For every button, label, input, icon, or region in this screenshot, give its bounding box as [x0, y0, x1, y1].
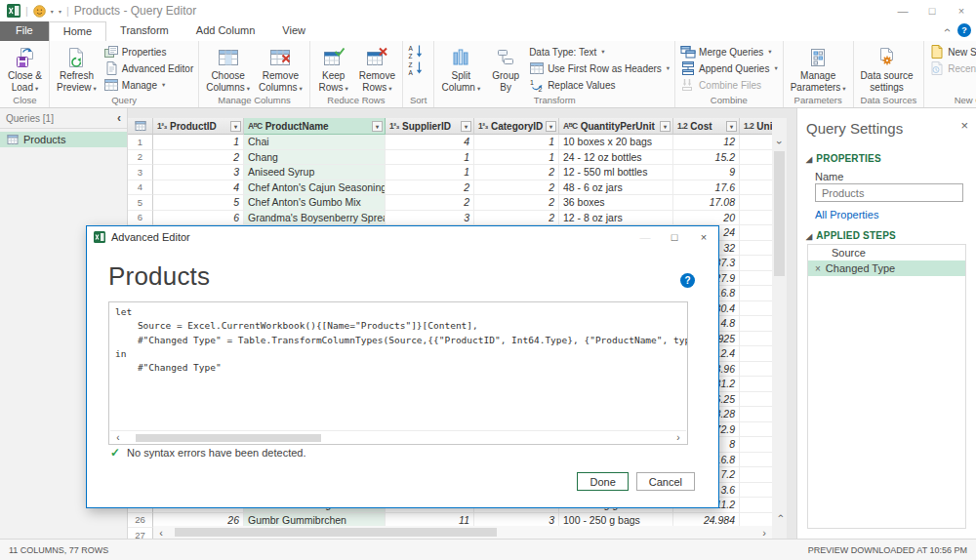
row-number[interactable]: 5	[128, 195, 153, 211]
code-scroll-left-icon[interactable]: ‹	[110, 432, 126, 443]
cell[interactable]: 2	[386, 180, 474, 196]
cell[interactable]: 2	[474, 165, 559, 180]
cell[interactable]: 1	[474, 150, 559, 166]
ribbon-button-merge-queries[interactable]: Merge Queries▾	[678, 44, 780, 60]
scroll-left-icon[interactable]: ‹	[153, 527, 169, 539]
vertical-scroll-thumb[interactable]	[774, 151, 785, 276]
cell[interactable]: 9	[673, 165, 740, 180]
applied-step-changed-type[interactable]: ×Changed Type	[808, 260, 965, 276]
row-number[interactable]: 2	[128, 150, 153, 166]
select-all-corner[interactable]	[128, 118, 153, 135]
cell[interactable]	[740, 150, 772, 166]
code-scroll-right-icon[interactable]: ›	[671, 432, 686, 443]
cell[interactable]: 17.08	[673, 195, 740, 211]
row-number[interactable]: 3	[128, 165, 153, 180]
cell[interactable]	[740, 346, 772, 362]
ribbon-button-new-source[interactable]: New Source▾	[927, 44, 976, 60]
cell[interactable]: 15.2	[673, 150, 740, 166]
cell[interactable]	[740, 286, 772, 301]
cell[interactable]	[740, 362, 772, 378]
row-number[interactable]: 27	[128, 528, 153, 539]
cell[interactable]: 4	[153, 180, 244, 196]
cell[interactable]: 12	[673, 135, 740, 150]
cell[interactable]	[740, 256, 772, 271]
maximize-button[interactable]: □	[917, 0, 947, 20]
cell[interactable]	[740, 377, 772, 392]
ribbon-button-append-queries[interactable]: Append Queries▾	[678, 60, 780, 76]
cell[interactable]	[740, 316, 772, 332]
cell[interactable]: 5	[153, 195, 244, 211]
column-header-quantityperunit[interactable]: AᴮCQuantityPerUnit▾	[559, 118, 673, 135]
cell[interactable]: Grandma's Boysenberry Spread	[244, 211, 386, 226]
cell[interactable]: Chang	[244, 150, 386, 166]
tab-home[interactable]: Home	[49, 21, 106, 42]
ribbon-button-manage[interactable]: Manage▾	[102, 77, 195, 93]
filter-dropdown-icon[interactable]: ▾	[230, 121, 241, 132]
ribbon-button-close-load[interactable]: Close &Load▾	[4, 42, 46, 94]
code-scroll-thumb[interactable]	[136, 434, 321, 442]
cell[interactable]: 3	[386, 211, 474, 226]
row-number[interactable]: 26	[128, 513, 153, 529]
cell[interactable]	[740, 225, 772, 241]
help-icon[interactable]: ?	[957, 23, 971, 37]
column-header-categoryid[interactable]: 1²₃CategoryID▾	[474, 118, 559, 135]
code-editor[interactable]: let Source = Excel.CurrentWorkbook(){[Na…	[109, 302, 687, 431]
ribbon-button-properties[interactable]: Properties	[102, 44, 195, 60]
cell[interactable]: Chef Anton's Gumbo Mix	[244, 195, 386, 211]
cell[interactable]	[740, 392, 772, 408]
scroll-right-icon[interactable]: ›	[756, 527, 772, 539]
cell[interactable]: 48 - 6 oz jars	[559, 180, 673, 196]
vertical-scrollbar[interactable]: › ›	[772, 118, 787, 539]
ribbon-button-data-source-settings[interactable]: Data sourcesettings	[857, 42, 917, 94]
cell[interactable]: 6	[153, 211, 244, 226]
ribbon-button-manage-parameters[interactable]: ManageParameters▾	[787, 42, 850, 94]
column-header-cost[interactable]: 1.2Cost▾	[673, 118, 740, 135]
cell[interactable]: 10 boxes x 20 bags	[559, 135, 673, 150]
filter-dropdown-icon[interactable]: ▾	[726, 121, 737, 132]
cell[interactable]: 2	[153, 150, 244, 166]
ribbon-button-use-first-row-as-headers[interactable]: Use First Row as Headers▾	[527, 60, 671, 76]
cell[interactable]: Chai	[244, 135, 386, 150]
cell[interactable]: 4	[386, 135, 474, 150]
cell[interactable]	[740, 165, 772, 180]
cell[interactable]	[740, 407, 772, 422]
ribbon-button-sort-ascending-icon[interactable]: AZ	[406, 44, 426, 60]
cell[interactable]: 3	[153, 165, 244, 180]
column-header-productid[interactable]: 1²₃ProductID▾	[153, 118, 244, 135]
cell[interactable]	[740, 195, 772, 211]
ribbon-button-remove-columns[interactable]: RemoveColumns▾	[255, 42, 306, 94]
smiley-feedback-icon[interactable]	[33, 5, 46, 18]
cell[interactable]: 12 - 8 oz jars	[559, 211, 673, 226]
row-number[interactable]: 1	[128, 135, 153, 150]
smiley-dropdown-icon[interactable]: ▾	[51, 8, 54, 15]
tab-add-column[interactable]: Add Column	[183, 21, 269, 41]
cell[interactable]	[740, 422, 772, 438]
cell[interactable]	[740, 437, 772, 453]
row-number[interactable]: 6	[128, 211, 153, 226]
cell[interactable]	[740, 211, 772, 226]
collapse-queries-pane-icon[interactable]: ‹	[117, 111, 121, 125]
close-button[interactable]: ×	[947, 0, 976, 20]
close-settings-icon[interactable]: ×	[960, 118, 968, 133]
cell[interactable]: 2	[474, 195, 559, 211]
column-header-unitprice[interactable]: 1.2UnitPrice▾	[740, 118, 772, 135]
scroll-down-icon[interactable]: ›	[772, 509, 787, 523]
filter-dropdown-icon[interactable]: ▾	[660, 121, 671, 132]
cancel-button[interactable]: Cancel	[636, 472, 695, 491]
all-properties-link[interactable]: All Properties	[815, 209, 878, 220]
cell[interactable]: Chef Anton's Cajun Seasoning	[244, 180, 386, 196]
code-horizontal-scrollbar[interactable]: ‹ ›	[110, 430, 686, 443]
cell[interactable]	[740, 301, 772, 317]
ribbon-button-data-type-text[interactable]: Data Type: Text▾	[527, 44, 671, 60]
tab-file[interactable]: File	[0, 21, 49, 41]
cell[interactable]: 1	[474, 135, 559, 150]
quick-access-dropdown-icon[interactable]: ▾	[59, 8, 61, 15]
collapse-ribbon-icon[interactable]: ›	[940, 28, 954, 32]
tab-view[interactable]: View	[268, 21, 319, 41]
horizontal-scroll-thumb[interactable]	[175, 528, 497, 537]
cell[interactable]: Aniseed Syrup	[244, 165, 386, 180]
ribbon-button-advanced-editor[interactable]: Advanced Editor	[102, 60, 195, 76]
ribbon-button-group-by[interactable]: GroupBy	[485, 42, 526, 94]
scroll-up-icon[interactable]: ›	[772, 136, 787, 149]
cell[interactable]	[740, 498, 772, 513]
